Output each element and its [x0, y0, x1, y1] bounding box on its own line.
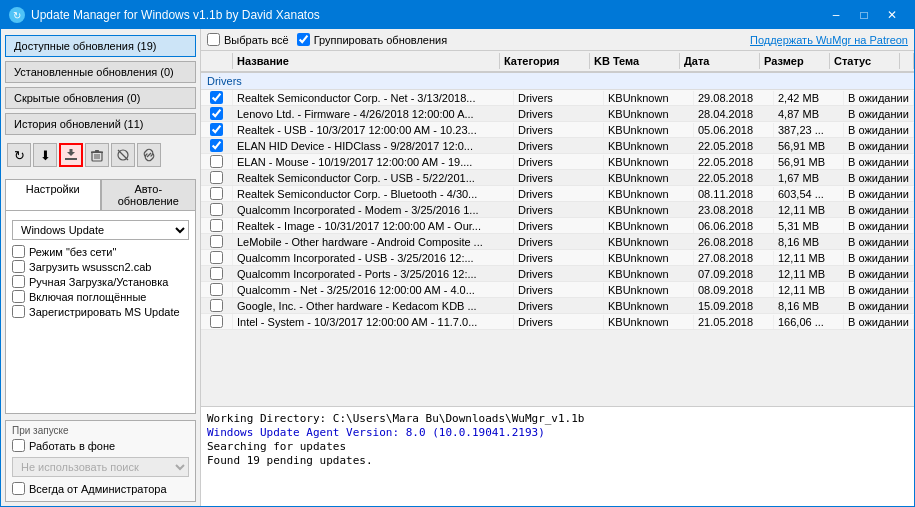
row-date: 08.09.2018 — [694, 283, 774, 297]
ms-update-checkbox[interactable] — [12, 305, 25, 318]
table-row: LeMobile - Other hardware - Android Comp… — [201, 234, 914, 250]
row-checkbox[interactable] — [210, 203, 223, 216]
nav-hidden-updates[interactable]: Скрытые обновления (0) — [5, 87, 196, 109]
row-date: 06.06.2018 — [694, 219, 774, 233]
manual-install-label: Ручная Загрузка/Установка — [29, 276, 168, 288]
row-size: 12,11 MB — [774, 283, 844, 297]
row-category: Drivers — [514, 139, 604, 153]
row-checkbox[interactable] — [210, 187, 223, 200]
row-category: Drivers — [514, 219, 604, 233]
admin-checkbox[interactable] — [12, 482, 25, 495]
row-checkbox[interactable] — [210, 123, 223, 136]
select-all-label[interactable]: Выбрать всё — [207, 33, 289, 46]
row-checkbox[interactable] — [210, 91, 223, 104]
row-name: Intel - System - 10/3/2017 12:00:00 AM -… — [233, 315, 514, 329]
settings-tabs: Настройки Авто-обновление — [5, 179, 196, 211]
table-row: Qualcomm Incorporated - Modem - 3/25/201… — [201, 202, 914, 218]
row-name: ELAN - Mouse - 10/19/2017 12:00:00 AM - … — [233, 155, 514, 169]
row-kb: KBUnknown — [604, 219, 694, 233]
row-date: 29.08.2018 — [694, 91, 774, 105]
row-name: Lenovo Ltd. - Firmware - 4/26/2018 12:00… — [233, 107, 514, 121]
support-link[interactable]: Поддержать WuMgr на Patreon — [750, 34, 908, 46]
checkbox-download-cab: Загрузить wsusscn2.cab — [12, 260, 189, 273]
manual-install-checkbox[interactable] — [12, 275, 25, 288]
offline-mode-checkbox[interactable] — [12, 245, 25, 258]
row-status: В ожидании — [844, 251, 914, 265]
row-name: Qualcomm Incorporated - USB - 3/25/2016 … — [233, 251, 514, 265]
tab-auto-update[interactable]: Авто-обновление — [101, 179, 197, 211]
group-updates-label[interactable]: Группировать обновления — [297, 33, 447, 46]
row-checkbox-cell — [201, 202, 233, 217]
row-size: 387,23 ... — [774, 123, 844, 137]
update-source-dropdown[interactable]: Windows Update — [12, 220, 189, 240]
table-row: ELAN - Mouse - 10/19/2017 12:00:00 AM - … — [201, 154, 914, 170]
row-category: Drivers — [514, 123, 604, 137]
row-status: В ожидании — [844, 299, 914, 313]
row-checkbox[interactable] — [210, 171, 223, 184]
superseded-label: Включая поглощённые — [29, 291, 146, 303]
col-category: Категория — [500, 53, 590, 69]
title-bar: ↻ Update Manager for Windows v1.1b by Da… — [1, 1, 914, 29]
row-checkbox-cell — [201, 122, 233, 137]
row-date: 27.08.2018 — [694, 251, 774, 265]
row-checkbox[interactable] — [210, 299, 223, 312]
log-line: Working Directory: C:\Users\Mara Bu\Down… — [207, 412, 908, 425]
row-checkbox-cell — [201, 138, 233, 153]
log-line: Searching for updates — [207, 440, 908, 453]
row-checkbox[interactable] — [210, 315, 223, 328]
hide-icon[interactable] — [111, 143, 135, 167]
group-updates-checkbox[interactable] — [297, 33, 310, 46]
row-name: Qualcomm - Net - 3/25/2016 12:00:00 AM -… — [233, 283, 514, 297]
table-row: Google, Inc. - Other hardware - Kedacom … — [201, 298, 914, 314]
row-status: В ожидании — [844, 315, 914, 329]
tab-settings[interactable]: Настройки — [5, 179, 101, 211]
nav-installed-updates[interactable]: Установленные обновления (0) — [5, 61, 196, 83]
row-checkbox[interactable] — [210, 235, 223, 248]
row-name: Realtek - USB - 10/3/2017 12:00:00 AM - … — [233, 123, 514, 137]
row-size: 12,11 MB — [774, 203, 844, 217]
row-date: 21.05.2018 — [694, 315, 774, 329]
row-checkbox[interactable] — [210, 219, 223, 232]
col-kb: KB Тема — [590, 53, 680, 69]
row-checkbox[interactable] — [210, 139, 223, 152]
row-checkbox[interactable] — [210, 107, 223, 120]
select-all-text: Выбрать всё — [224, 34, 289, 46]
download-icon[interactable]: ⬇ — [33, 143, 57, 167]
refresh-icon[interactable]: ↻ — [7, 143, 31, 167]
background-checkbox[interactable] — [12, 439, 25, 452]
row-checkbox[interactable] — [210, 267, 223, 280]
nav-update-history[interactable]: История обновлений (11) — [5, 113, 196, 135]
table-row: Qualcomm Incorporated - USB - 3/25/2016 … — [201, 250, 914, 266]
checkbox-offline-mode: Режим "без сети" — [12, 245, 189, 258]
row-size: 56,91 MB — [774, 155, 844, 169]
maximize-button[interactable]: □ — [850, 5, 878, 25]
download-cab-checkbox[interactable] — [12, 260, 25, 273]
nav-available-updates[interactable]: Доступные обновления (19) — [5, 35, 196, 57]
row-size: 4,87 MB — [774, 107, 844, 121]
row-checkbox[interactable] — [210, 283, 223, 296]
row-checkbox[interactable] — [210, 155, 223, 168]
log-line: Windows Update Agent Version: 8.0 (10.0.… — [207, 426, 908, 439]
log-panel: Working Directory: C:\Users\Mara Bu\Down… — [201, 406, 914, 506]
row-date: 22.05.2018 — [694, 171, 774, 185]
row-checkbox[interactable] — [210, 251, 223, 264]
table-row: Qualcomm Incorporated - Ports - 3/25/201… — [201, 266, 914, 282]
install-icon[interactable] — [59, 143, 83, 167]
minimize-button[interactable]: – — [822, 5, 850, 25]
row-category: Drivers — [514, 203, 604, 217]
superseded-checkbox[interactable] — [12, 290, 25, 303]
action-toolbar: ↻ ⬇ — [5, 141, 196, 169]
row-name: Realtek - Image - 10/31/2017 12:00:00 AM… — [233, 219, 514, 233]
close-button[interactable]: ✕ — [878, 5, 906, 25]
row-name: Realtek Semiconductor Corp. - Net - 3/13… — [233, 91, 514, 105]
row-checkbox-cell — [201, 106, 233, 121]
link-icon[interactable] — [137, 143, 161, 167]
delete-icon[interactable] — [85, 143, 109, 167]
select-all-checkbox[interactable] — [207, 33, 220, 46]
settings-panel: Windows Update Режим "без сети" Загрузит… — [5, 210, 196, 414]
search-dropdown[interactable]: Не использовать поиск — [12, 457, 189, 477]
col-name: Название — [233, 53, 500, 69]
row-date: 26.08.2018 — [694, 235, 774, 249]
row-name: LeMobile - Other hardware - Android Comp… — [233, 235, 514, 249]
row-status: В ожидании — [844, 187, 914, 201]
